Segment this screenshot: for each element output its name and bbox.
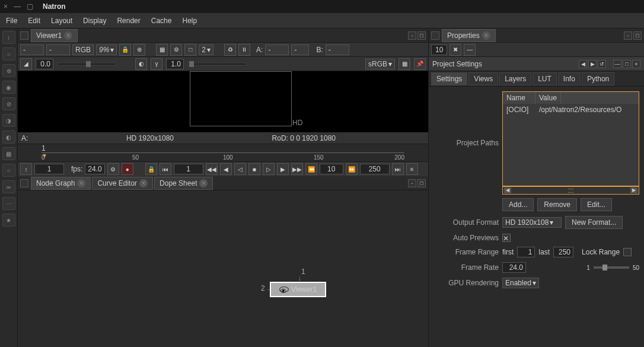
playback-mode-icon[interactable]: ↕ <box>20 163 32 175</box>
menu-cache[interactable]: Cache <box>151 17 172 25</box>
tool-2[interactable]: ○ <box>2 47 15 61</box>
close-icon[interactable]: × <box>77 179 85 187</box>
tab-viewer1[interactable]: Viewer1 × <box>31 29 78 42</box>
close-icon[interactable]: × <box>4 2 8 11</box>
ptab-lut[interactable]: LUT <box>533 72 557 85</box>
panel-float-icon[interactable] <box>20 179 28 187</box>
panel-max-icon[interactable]: □ <box>417 179 426 187</box>
node-viewer1[interactable]: 👁 Viewer1 <box>270 282 326 297</box>
panel-float-icon[interactable] <box>20 31 28 40</box>
viewer-canvas[interactable]: HD <box>18 71 428 132</box>
input-a-select[interactable]: - <box>265 44 289 55</box>
first-frame-input[interactable]: 1 <box>517 247 535 257</box>
menu-render[interactable]: Render <box>117 17 140 25</box>
roi-icon[interactable]: ▦ <box>156 44 168 56</box>
tripsync-icon[interactable]: ≡ <box>406 163 418 175</box>
gain-toggle-icon[interactable]: ◢ <box>20 58 32 70</box>
layer-a-select[interactable]: - <box>20 44 44 55</box>
tool-3[interactable]: ⊕ <box>2 64 15 77</box>
table-row[interactable]: [OCIO] /opt/Natron2/Resources/O <box>503 104 639 116</box>
node-graph-canvas[interactable]: 1 ↓ 2 → 👁 Viewer1 <box>18 190 428 347</box>
remove-button[interactable]: Remove <box>537 198 577 211</box>
render-scale-icon[interactable]: □ <box>184 44 196 56</box>
minimize-icon[interactable]: — <box>14 2 21 11</box>
prev-frame-icon[interactable]: ◁ <box>234 163 246 175</box>
pause-icon[interactable]: ⏸ <box>238 44 250 56</box>
tool-9[interactable]: ○ <box>2 164 15 177</box>
panel-close-icon[interactable]: × <box>632 60 640 68</box>
panel-float-icon[interactable] <box>431 31 439 40</box>
tab-nodegraph[interactable]: Node Graph× <box>31 177 91 190</box>
fps-sync-icon[interactable]: ⚙ <box>107 163 119 175</box>
tab-properties[interactable]: Properties× <box>442 29 496 42</box>
maximize-icon[interactable]: ▢ <box>27 2 33 11</box>
gamma-input[interactable]: 1.0 <box>166 59 184 69</box>
tool-6[interactable]: ◑ <box>2 114 15 127</box>
gamma-toggle-icon[interactable]: ◐ <box>135 58 147 70</box>
panel-min-icon[interactable]: - <box>408 179 416 187</box>
last-frame-icon[interactable]: ⏭ <box>392 163 404 175</box>
clear-panels-icon[interactable]: ✖ <box>449 44 461 56</box>
layer-b-select[interactable]: - <box>46 44 70 55</box>
menu-file[interactable]: File <box>6 17 17 25</box>
menu-layout[interactable]: Layout <box>51 17 72 25</box>
fps-input[interactable]: 24.0 <box>85 164 104 174</box>
table-hscroll[interactable]: ◀ ::: ▶ <box>502 186 639 195</box>
auto-previews-checkbox[interactable]: ✕ <box>502 234 511 242</box>
close-icon[interactable]: × <box>139 179 148 187</box>
tab-curveeditor[interactable]: Curve Editor× <box>92 177 153 190</box>
minimize-all-icon[interactable]: — <box>464 44 476 56</box>
menu-edit[interactable]: Edit <box>28 17 40 25</box>
first-frame-input[interactable]: 1 <box>174 164 203 174</box>
proxy-icon[interactable]: ⚙ <box>170 44 182 56</box>
panel-min-icon[interactable]: - <box>624 31 632 40</box>
menu-display[interactable]: Display <box>83 17 106 25</box>
panel-float-icon[interactable]: □ <box>623 60 631 68</box>
close-icon[interactable]: × <box>64 31 72 40</box>
first-frame-icon[interactable]: ⏮ <box>160 163 171 175</box>
colorspace-select[interactable]: sRGB ▾ <box>365 59 395 69</box>
frame-rate-input[interactable]: 24.0 <box>502 262 526 273</box>
tool-7[interactable]: ◐ <box>2 130 15 144</box>
channels-select[interactable]: RGB <box>72 44 94 55</box>
last-frame-input[interactable]: 250 <box>360 164 390 174</box>
next-key-icon[interactable]: ⏩ <box>346 163 358 175</box>
tool-10[interactable]: ∞ <box>2 180 15 193</box>
max-panels-input[interactable]: 10 <box>431 44 447 55</box>
frame-rate-slider[interactable] <box>594 266 629 269</box>
new-format-button[interactable]: New Format... <box>565 216 623 229</box>
checker-icon[interactable]: ▦ <box>398 58 410 70</box>
panel-max-icon[interactable]: □ <box>633 31 642 40</box>
lock-icon[interactable]: 🔒 <box>119 44 131 56</box>
project-paths-table[interactable]: Name Value [OCIO] /opt/Natron2/Resources… <box>502 91 639 186</box>
tool-5[interactable]: ⊘ <box>2 97 15 110</box>
gamma-icon[interactable]: γ <box>151 58 162 70</box>
panel-min-icon[interactable]: — <box>613 60 621 68</box>
next-incr-icon[interactable]: ▶▶ <box>291 163 303 175</box>
tool-8[interactable]: ▦ <box>2 147 15 160</box>
ptab-settings[interactable]: Settings <box>431 72 467 85</box>
frame-incr-input[interactable]: 10 <box>320 164 343 174</box>
scroll-right-icon[interactable]: ▶ <box>630 187 637 193</box>
ptab-layers[interactable]: Layers <box>499 72 531 85</box>
last-frame-input[interactable]: 250 <box>553 247 573 257</box>
scroll-left-icon[interactable]: ◀ <box>504 187 511 193</box>
next-frame-icon[interactable]: ▷ <box>263 163 275 175</box>
panel-max-icon[interactable]: □ <box>417 31 426 40</box>
ptab-info[interactable]: Info <box>558 72 581 85</box>
gpu-rendering-select[interactable]: Enabled ▾ <box>502 278 539 288</box>
turbo-icon[interactable]: ● <box>122 163 133 175</box>
undo-icon[interactable]: ◀ <box>579 60 587 68</box>
proxy-level-select[interactable]: 2 ▾ <box>199 44 213 55</box>
current-frame-input[interactable]: 1 <box>34 164 64 174</box>
panel-min-icon[interactable]: - <box>408 31 416 40</box>
gain-input[interactable]: 0.0 <box>36 59 53 69</box>
play-back-icon[interactable]: ◀ <box>220 163 232 175</box>
close-icon[interactable]: × <box>199 179 208 187</box>
zoom-select[interactable]: 9% ▾ <box>96 44 117 55</box>
prev-incr-icon[interactable]: ◀◀ <box>206 163 218 175</box>
stop-icon[interactable]: ■ <box>248 163 260 175</box>
play-fwd-icon[interactable]: ▶ <box>277 163 289 175</box>
tool-12[interactable]: ★ <box>2 214 15 227</box>
menu-help[interactable]: Help <box>182 17 197 25</box>
